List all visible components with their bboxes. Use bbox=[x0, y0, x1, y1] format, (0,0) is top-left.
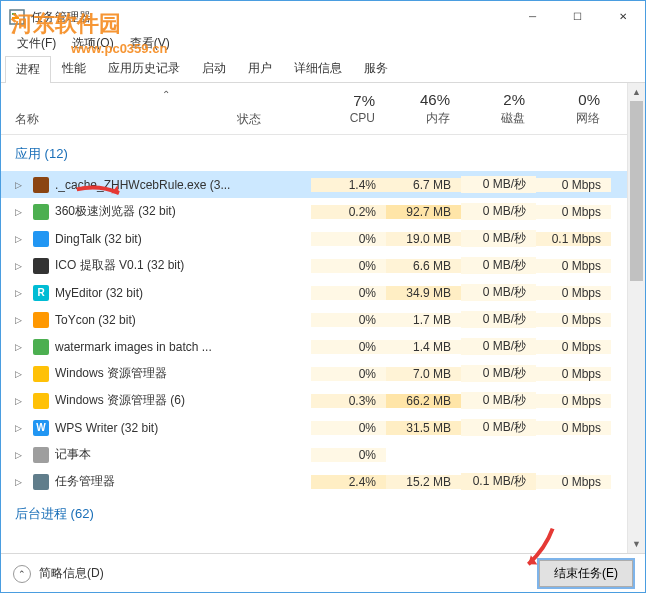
end-task-button[interactable]: 结束任务(E) bbox=[539, 560, 633, 587]
memory-value: 1.4 MB bbox=[386, 340, 461, 354]
process-icon bbox=[33, 339, 49, 355]
cpu-value: 0% bbox=[311, 340, 386, 354]
tab-0[interactable]: 进程 bbox=[5, 56, 51, 83]
cpu-value: 0% bbox=[311, 286, 386, 300]
cpu-value: 0% bbox=[311, 421, 386, 435]
scrollbar-thumb[interactable] bbox=[630, 101, 643, 281]
scroll-up-icon[interactable]: ▲ bbox=[628, 83, 645, 101]
expand-icon[interactable]: ▷ bbox=[15, 261, 27, 271]
tab-bar: 进程性能应用历史记录启动用户详细信息服务 bbox=[1, 55, 645, 83]
expand-icon[interactable]: ▷ bbox=[15, 450, 27, 460]
tab-3[interactable]: 启动 bbox=[191, 55, 237, 82]
network-value: 0.1 Mbps bbox=[536, 232, 611, 246]
table-row[interactable]: ▷ToYcon (32 bit)0%1.7 MB0 MB/秒0 Mbps bbox=[1, 306, 627, 333]
menu-file[interactable]: 文件(F) bbox=[9, 33, 64, 55]
tab-5[interactable]: 详细信息 bbox=[283, 55, 353, 82]
expand-icon[interactable]: ▷ bbox=[15, 207, 27, 217]
tab-4[interactable]: 用户 bbox=[237, 55, 283, 82]
cpu-value: 0% bbox=[311, 448, 386, 462]
expand-icon[interactable]: ▷ bbox=[15, 315, 27, 325]
memory-value: 66.2 MB bbox=[386, 394, 461, 408]
disk-value: 0 MB/秒 bbox=[461, 230, 536, 247]
cpu-value: 0% bbox=[311, 367, 386, 381]
table-row[interactable]: ▷记事本0% bbox=[1, 441, 627, 468]
menu-options[interactable]: 选项(O) bbox=[64, 33, 121, 55]
column-cpu[interactable]: 7% CPU bbox=[311, 83, 386, 134]
process-icon bbox=[33, 258, 49, 274]
table-row[interactable]: ▷Windows 资源管理器 (6)0.3%66.2 MB0 MB/秒0 Mbp… bbox=[1, 387, 627, 414]
cpu-value: 0% bbox=[311, 259, 386, 273]
sort-indicator-icon: ⌃ bbox=[162, 89, 170, 100]
expand-icon[interactable]: ▷ bbox=[15, 423, 27, 433]
menu-view[interactable]: 查看(V) bbox=[122, 33, 178, 55]
cpu-value: 0.3% bbox=[311, 394, 386, 408]
column-name-label: 名称 bbox=[15, 111, 230, 128]
table-row[interactable]: ▷Windows 资源管理器0%7.0 MB0 MB/秒0 Mbps bbox=[1, 360, 627, 387]
scroll-down-icon[interactable]: ▼ bbox=[628, 535, 645, 553]
memory-value: 31.5 MB bbox=[386, 421, 461, 435]
expand-icon[interactable]: ▷ bbox=[15, 180, 27, 190]
table-row[interactable]: ▷RMyEditor (32 bit)0%34.9 MB0 MB/秒0 Mbps bbox=[1, 279, 627, 306]
process-icon: W bbox=[33, 420, 49, 436]
disk-value: 0.1 MB/秒 bbox=[461, 473, 536, 490]
scrollbar[interactable]: ▲ ▼ bbox=[627, 83, 645, 553]
memory-value: 19.0 MB bbox=[386, 232, 461, 246]
process-name: watermark images in batch ... bbox=[55, 340, 212, 354]
expand-icon[interactable]: ▷ bbox=[15, 369, 27, 379]
table-row[interactable]: ▷ICO 提取器 V0.1 (32 bit)0%6.6 MB0 MB/秒0 Mb… bbox=[1, 252, 627, 279]
window-title: 任务管理器 bbox=[31, 9, 91, 26]
network-value: 0 Mbps bbox=[536, 313, 611, 327]
title-bar: 任务管理器 ─ ☐ ✕ bbox=[1, 1, 645, 33]
minimize-button[interactable]: ─ bbox=[510, 1, 555, 31]
fewer-details-button[interactable]: ⌃ 简略信息(D) bbox=[13, 565, 104, 583]
process-name: DingTalk (32 bit) bbox=[55, 232, 142, 246]
table-row[interactable]: ▷._cache_ZHHWcebRule.exe (3...1.4%6.7 MB… bbox=[1, 171, 627, 198]
process-name: MyEditor (32 bit) bbox=[55, 286, 143, 300]
tab-1[interactable]: 性能 bbox=[51, 55, 97, 82]
network-value: 0 Mbps bbox=[536, 475, 611, 489]
close-button[interactable]: ✕ bbox=[600, 1, 645, 31]
memory-value: 1.7 MB bbox=[386, 313, 461, 327]
disk-value: 0 MB/秒 bbox=[461, 419, 536, 436]
column-disk[interactable]: 2% 磁盘 bbox=[461, 83, 536, 134]
table-row[interactable]: ▷360极速浏览器 (32 bit)0.2%92.7 MB0 MB/秒0 Mbp… bbox=[1, 198, 627, 225]
maximize-button[interactable]: ☐ bbox=[555, 1, 600, 31]
network-value: 0 Mbps bbox=[536, 259, 611, 273]
expand-icon[interactable]: ▷ bbox=[15, 288, 27, 298]
expand-icon[interactable]: ▷ bbox=[15, 234, 27, 244]
tab-2[interactable]: 应用历史记录 bbox=[97, 55, 191, 82]
chevron-up-icon: ⌃ bbox=[13, 565, 31, 583]
expand-icon[interactable]: ▷ bbox=[15, 396, 27, 406]
table-row[interactable]: ▷WWPS Writer (32 bit)0%31.5 MB0 MB/秒0 Mb… bbox=[1, 414, 627, 441]
column-name[interactable]: ⌃ 名称 bbox=[1, 83, 231, 134]
table-row[interactable]: ▷任务管理器2.4%15.2 MB0.1 MB/秒0 Mbps bbox=[1, 468, 627, 495]
disk-value: 0 MB/秒 bbox=[461, 176, 536, 193]
expand-icon[interactable]: ▷ bbox=[15, 342, 27, 352]
menu-bar: 文件(F) 选项(O) 查看(V) bbox=[1, 33, 645, 55]
table-row[interactable]: ▷DingTalk (32 bit)0%19.0 MB0 MB/秒0.1 Mbp… bbox=[1, 225, 627, 252]
expand-icon[interactable]: ▷ bbox=[15, 477, 27, 487]
column-memory[interactable]: 46% 内存 bbox=[386, 83, 461, 134]
process-icon bbox=[33, 231, 49, 247]
network-value: 0 Mbps bbox=[536, 394, 611, 408]
cpu-value: 0% bbox=[311, 232, 386, 246]
process-icon bbox=[33, 447, 49, 463]
process-name: WPS Writer (32 bit) bbox=[55, 421, 158, 435]
process-icon bbox=[33, 366, 49, 382]
process-name: ._cache_ZHHWcebRule.exe (3... bbox=[55, 178, 230, 192]
process-icon bbox=[33, 177, 49, 193]
disk-value: 0 MB/秒 bbox=[461, 338, 536, 355]
tab-6[interactable]: 服务 bbox=[353, 55, 399, 82]
column-status[interactable]: 状态 bbox=[231, 83, 311, 134]
process-icon bbox=[33, 474, 49, 490]
cpu-value: 1.4% bbox=[311, 178, 386, 192]
column-network[interactable]: 0% 网络 bbox=[536, 83, 611, 134]
table-header: ⌃ 名称 状态 7% CPU 46% 内存 2% 磁盘 0% 网络 bbox=[1, 83, 627, 135]
process-name: Windows 资源管理器 (6) bbox=[55, 392, 185, 409]
disk-value: 0 MB/秒 bbox=[461, 311, 536, 328]
process-icon bbox=[33, 204, 49, 220]
cpu-value: 0% bbox=[311, 313, 386, 327]
network-value: 0 Mbps bbox=[536, 421, 611, 435]
table-row[interactable]: ▷watermark images in batch ...0%1.4 MB0 … bbox=[1, 333, 627, 360]
memory-value: 34.9 MB bbox=[386, 286, 461, 300]
